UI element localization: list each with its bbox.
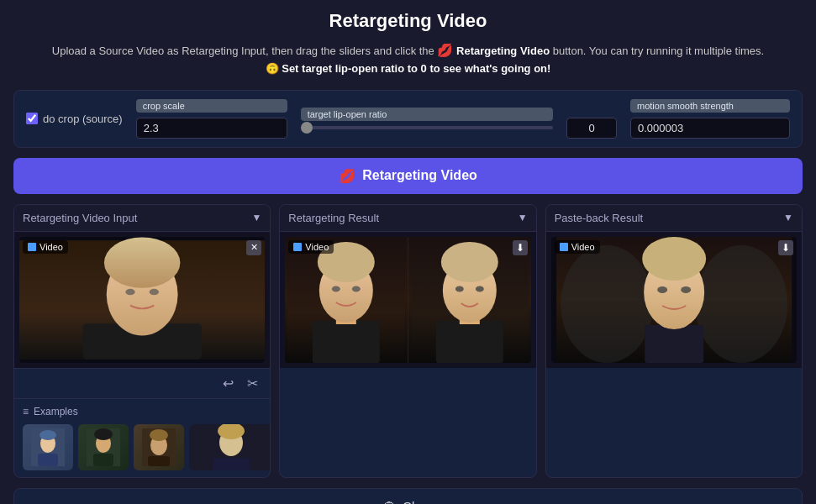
- panel-result-video-badge: Video: [288, 240, 334, 254]
- svg-point-29: [332, 286, 340, 291]
- panel-paste-back-header: Paste-back Result ▼: [546, 205, 802, 232]
- panel-input-footer: ↩ ✂: [14, 368, 270, 398]
- svg-point-45: [657, 286, 667, 293]
- svg-point-18: [150, 429, 168, 441]
- crop-scale-input[interactable]: [136, 118, 287, 139]
- clear-button[interactable]: 🗑 Clear: [13, 488, 803, 504]
- svg-rect-11: [38, 454, 58, 466]
- panel-input-video: [19, 237, 265, 363]
- examples-grid: [23, 424, 261, 470]
- panel-input-video-preview: [19, 237, 265, 363]
- motion-smooth-label: motion smooth strength: [630, 99, 790, 113]
- panel-paste-back-video: [551, 237, 797, 363]
- panel-paste-back: Paste-back Result ▼ Video ⬇: [545, 204, 803, 478]
- result-video-left: [285, 237, 408, 363]
- panel-result-download-button[interactable]: ⬇: [513, 240, 528, 255]
- svg-rect-15: [93, 454, 113, 466]
- page-description: Upload a Source Video as Retargeting Inp…: [13, 40, 803, 78]
- svg-rect-25: [313, 321, 380, 363]
- panel-input-header: Retargeting Video Input ▼: [14, 205, 270, 232]
- panel-input-title: Retargeting Video Input: [23, 212, 137, 224]
- examples-icon: ≡: [23, 406, 29, 417]
- panel-paste-back-content: Video ⬇: [546, 232, 802, 368]
- retargeting-video-button[interactable]: 💋 Retargeting Video: [13, 158, 803, 194]
- example-thumb-2[interactable]: [78, 424, 129, 470]
- svg-rect-23: [213, 458, 250, 470]
- target-lip-label: target lip-open ratio: [301, 108, 553, 121]
- undo-button[interactable]: ↩: [219, 374, 237, 393]
- crop-scale-label: crop scale: [136, 99, 287, 113]
- svg-point-6: [125, 289, 134, 296]
- target-lip-value-group: 0: [566, 118, 617, 139]
- svg-point-5: [104, 237, 181, 287]
- svg-point-37: [476, 286, 484, 291]
- panel-input-dropdown-icon[interactable]: ▼: [251, 212, 261, 223]
- panel-input-video-badge: Video: [23, 240, 68, 254]
- video-camera-icon-result: [293, 243, 302, 251]
- crop-scale-group: crop scale: [136, 99, 287, 139]
- svg-point-14: [94, 428, 113, 440]
- panel-result-title: Retargeting Result: [288, 212, 379, 224]
- examples-label: Examples: [34, 406, 78, 417]
- panel-paste-back-video-badge: Video: [555, 240, 600, 254]
- svg-point-7: [150, 289, 159, 296]
- target-lip-value: 0: [566, 118, 617, 139]
- svg-point-39: [561, 245, 653, 363]
- panel-input: Retargeting Video Input ▼ Video ✕: [13, 204, 271, 478]
- examples-section: ≡ Examples: [14, 398, 270, 477]
- panel-result: Retargeting Result ▼ Video ⬇: [279, 204, 536, 478]
- svg-point-36: [455, 286, 464, 291]
- target-lip-group: target lip-open ratio: [301, 108, 553, 129]
- video-camera-icon-paste: [560, 243, 568, 251]
- crop-source-label: do crop (source): [43, 113, 123, 125]
- clear-btn-label: Clear: [403, 499, 433, 504]
- panels-row: Retargeting Video Input ▼ Video ✕: [13, 204, 803, 478]
- svg-rect-32: [436, 321, 503, 363]
- svg-point-40: [695, 245, 787, 363]
- example-thumb-1[interactable]: [23, 424, 73, 470]
- crop-source-checkbox[interactable]: [26, 113, 38, 124]
- panel-result-content: Video ⬇: [280, 232, 535, 368]
- panel-paste-back-download-button[interactable]: ⬇: [778, 240, 793, 255]
- retargeting-btn-emoji: 💋: [339, 168, 355, 184]
- panel-result-header: Retargeting Result ▼: [280, 205, 535, 232]
- retargeting-btn-label: Retargeting Video: [362, 168, 477, 183]
- svg-rect-19: [148, 456, 170, 466]
- svg-point-10: [39, 430, 56, 440]
- panel-input-content: Video ✕: [14, 232, 270, 368]
- result-video-right: [408, 237, 531, 363]
- example-thumb-4[interactable]: [189, 424, 271, 470]
- clear-btn-emoji: 🗑: [383, 499, 396, 504]
- panel-paste-back-dropdown-icon[interactable]: ▼: [783, 212, 793, 223]
- motion-smooth-group: motion smooth strength: [630, 99, 790, 139]
- svg-rect-41: [645, 325, 703, 363]
- page-title: Retargeting Video: [13, 10, 803, 32]
- svg-point-30: [352, 286, 361, 291]
- panel-result-dropdown-icon[interactable]: ▼: [518, 212, 528, 223]
- svg-point-44: [642, 237, 706, 281]
- examples-header: ≡ Examples: [23, 406, 261, 417]
- target-lip-slider[interactable]: [301, 126, 553, 129]
- crop-source-checkbox-label[interactable]: do crop (source): [26, 113, 123, 125]
- crop-button[interactable]: ✂: [244, 374, 261, 393]
- svg-point-35: [441, 242, 498, 282]
- panel-input-close-button[interactable]: ✕: [246, 240, 261, 255]
- motion-smooth-input[interactable]: [630, 118, 790, 139]
- video-camera-icon: [28, 243, 36, 251]
- panel-result-video: [285, 237, 530, 363]
- svg-point-46: [681, 286, 691, 293]
- example-thumb-3[interactable]: [134, 424, 184, 470]
- panel-paste-back-title: Paste-back Result: [555, 212, 644, 224]
- controls-row: do crop (source) crop scale target lip-o…: [13, 90, 803, 148]
